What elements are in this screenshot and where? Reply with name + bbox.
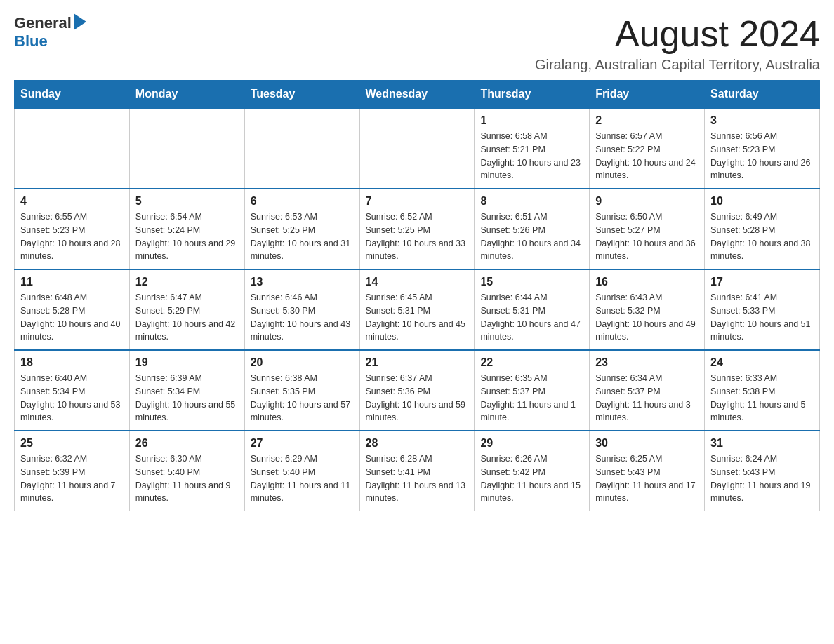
day-info: Sunrise: 6:46 AMSunset: 5:30 PMDaylight:… — [251, 291, 354, 344]
calendar-cell: 17Sunrise: 6:41 AMSunset: 5:33 PMDayligh… — [705, 269, 820, 350]
calendar-header: SundayMondayTuesdayWednesdayThursdayFrid… — [15, 81, 820, 109]
calendar-cell: 15Sunrise: 6:44 AMSunset: 5:31 PMDayligh… — [475, 269, 590, 350]
day-info: Sunrise: 6:56 AMSunset: 5:23 PMDaylight:… — [710, 130, 814, 182]
calendar-cell: 16Sunrise: 6:43 AMSunset: 5:32 PMDayligh… — [590, 269, 705, 350]
calendar-cell: 14Sunrise: 6:45 AMSunset: 5:31 PMDayligh… — [359, 269, 475, 350]
day-info: Sunrise: 6:30 AMSunset: 5:40 PMDaylight:… — [135, 452, 239, 505]
day-number: 19 — [135, 356, 239, 369]
calendar-cell: 27Sunrise: 6:29 AMSunset: 5:40 PMDayligh… — [244, 431, 359, 511]
day-number: 29 — [480, 437, 583, 450]
calendar-cell: 10Sunrise: 6:49 AMSunset: 5:28 PMDayligh… — [705, 189, 820, 269]
calendar-cell: 31Sunrise: 6:24 AMSunset: 5:43 PMDayligh… — [705, 431, 820, 511]
day-info: Sunrise: 6:25 AMSunset: 5:43 PMDaylight:… — [595, 452, 699, 505]
day-info: Sunrise: 6:34 AMSunset: 5:37 PMDaylight:… — [595, 372, 699, 424]
day-number: 15 — [480, 276, 583, 288]
day-info: Sunrise: 6:45 AMSunset: 5:31 PMDaylight:… — [366, 291, 469, 344]
day-info: Sunrise: 6:37 AMSunset: 5:36 PMDaylight:… — [366, 372, 469, 424]
column-header-friday: Friday — [590, 81, 705, 109]
column-header-monday: Monday — [129, 81, 244, 109]
day-number: 31 — [710, 437, 814, 450]
day-number: 27 — [251, 437, 354, 450]
day-info: Sunrise: 6:40 AMSunset: 5:34 PMDaylight:… — [20, 372, 124, 424]
calendar-cell: 24Sunrise: 6:33 AMSunset: 5:38 PMDayligh… — [705, 350, 820, 431]
day-info: Sunrise: 6:54 AMSunset: 5:24 PMDaylight:… — [135, 210, 239, 263]
day-number: 1 — [480, 114, 583, 127]
day-number: 21 — [366, 356, 469, 369]
day-info: Sunrise: 6:47 AMSunset: 5:29 PMDaylight:… — [135, 291, 239, 344]
title-section: August 2024 Giralang, Australian Capital… — [535, 14, 820, 73]
day-number: 9 — [595, 195, 699, 208]
calendar-cell: 26Sunrise: 6:30 AMSunset: 5:40 PMDayligh… — [129, 431, 244, 511]
day-number: 23 — [595, 356, 699, 369]
day-number: 28 — [366, 437, 469, 450]
day-info: Sunrise: 6:52 AMSunset: 5:25 PMDaylight:… — [366, 210, 469, 263]
calendar-cell: 12Sunrise: 6:47 AMSunset: 5:29 PMDayligh… — [129, 269, 244, 350]
column-header-thursday: Thursday — [475, 81, 590, 109]
calendar-cell: 19Sunrise: 6:39 AMSunset: 5:34 PMDayligh… — [129, 350, 244, 431]
day-info: Sunrise: 6:29 AMSunset: 5:40 PMDaylight:… — [251, 452, 354, 505]
day-info: Sunrise: 6:39 AMSunset: 5:34 PMDaylight:… — [135, 372, 239, 424]
day-number: 12 — [135, 276, 239, 288]
calendar-cell: 20Sunrise: 6:38 AMSunset: 5:35 PMDayligh… — [244, 350, 359, 431]
calendar-cell: 1Sunrise: 6:58 AMSunset: 5:21 PMDaylight… — [475, 108, 590, 189]
day-info: Sunrise: 6:51 AMSunset: 5:26 PMDaylight:… — [480, 210, 583, 263]
day-info: Sunrise: 6:50 AMSunset: 5:27 PMDaylight:… — [595, 210, 699, 263]
day-number: 24 — [710, 356, 814, 369]
calendar-week-4: 18Sunrise: 6:40 AMSunset: 5:34 PMDayligh… — [15, 350, 820, 431]
calendar-week-5: 25Sunrise: 6:32 AMSunset: 5:39 PMDayligh… — [15, 431, 820, 511]
day-info: Sunrise: 6:49 AMSunset: 5:28 PMDaylight:… — [710, 210, 814, 263]
calendar-cell: 11Sunrise: 6:48 AMSunset: 5:28 PMDayligh… — [15, 269, 130, 350]
calendar-body: 1Sunrise: 6:58 AMSunset: 5:21 PMDaylight… — [15, 108, 820, 511]
column-header-wednesday: Wednesday — [359, 81, 475, 109]
calendar-cell: 6Sunrise: 6:53 AMSunset: 5:25 PMDaylight… — [244, 189, 359, 269]
day-info: Sunrise: 6:33 AMSunset: 5:38 PMDaylight:… — [710, 372, 814, 424]
day-number: 3 — [710, 114, 814, 127]
day-number: 4 — [20, 195, 124, 208]
calendar-cell: 18Sunrise: 6:40 AMSunset: 5:34 PMDayligh… — [15, 350, 130, 431]
day-info: Sunrise: 6:53 AMSunset: 5:25 PMDaylight:… — [251, 210, 354, 263]
logo: General Blue — [14, 14, 86, 51]
logo-arrow-icon — [74, 13, 86, 30]
day-number: 22 — [480, 356, 583, 369]
column-header-sunday: Sunday — [15, 81, 130, 109]
day-info: Sunrise: 6:55 AMSunset: 5:23 PMDaylight:… — [20, 210, 124, 263]
day-info: Sunrise: 6:24 AMSunset: 5:43 PMDaylight:… — [710, 452, 814, 505]
day-number: 20 — [251, 356, 354, 369]
calendar-cell: 4Sunrise: 6:55 AMSunset: 5:23 PMDaylight… — [15, 189, 130, 269]
column-header-saturday: Saturday — [705, 81, 820, 109]
calendar-cell — [15, 108, 130, 189]
page-header: General Blue August 2024 Giralang, Austr… — [14, 14, 820, 73]
calendar-week-3: 11Sunrise: 6:48 AMSunset: 5:28 PMDayligh… — [15, 269, 820, 350]
header-row: SundayMondayTuesdayWednesdayThursdayFrid… — [15, 81, 820, 109]
day-number: 5 — [135, 195, 239, 208]
calendar-cell: 25Sunrise: 6:32 AMSunset: 5:39 PMDayligh… — [15, 431, 130, 511]
calendar-cell: 8Sunrise: 6:51 AMSunset: 5:26 PMDaylight… — [475, 189, 590, 269]
day-info: Sunrise: 6:38 AMSunset: 5:35 PMDaylight:… — [251, 372, 354, 424]
calendar-week-1: 1Sunrise: 6:58 AMSunset: 5:21 PMDaylight… — [15, 108, 820, 189]
day-info: Sunrise: 6:48 AMSunset: 5:28 PMDaylight:… — [20, 291, 124, 344]
day-number: 7 — [366, 195, 469, 208]
day-number: 8 — [480, 195, 583, 208]
day-number: 13 — [251, 276, 354, 288]
location-title: Giralang, Australian Capital Territory, … — [535, 57, 820, 73]
day-number: 14 — [366, 276, 469, 288]
day-info: Sunrise: 6:41 AMSunset: 5:33 PMDaylight:… — [710, 291, 814, 344]
logo-blue-text: Blue — [14, 32, 48, 51]
day-number: 16 — [595, 276, 699, 288]
day-info: Sunrise: 6:35 AMSunset: 5:37 PMDaylight:… — [480, 372, 583, 424]
day-number: 26 — [135, 437, 239, 450]
calendar-cell — [244, 108, 359, 189]
day-info: Sunrise: 6:28 AMSunset: 5:41 PMDaylight:… — [366, 452, 469, 505]
day-number: 6 — [251, 195, 354, 208]
calendar-cell: 21Sunrise: 6:37 AMSunset: 5:36 PMDayligh… — [359, 350, 475, 431]
day-info: Sunrise: 6:43 AMSunset: 5:32 PMDaylight:… — [595, 291, 699, 344]
calendar-cell: 28Sunrise: 6:28 AMSunset: 5:41 PMDayligh… — [359, 431, 475, 511]
calendar-cell: 2Sunrise: 6:57 AMSunset: 5:22 PMDaylight… — [590, 108, 705, 189]
day-number: 11 — [20, 276, 124, 288]
calendar-cell: 13Sunrise: 6:46 AMSunset: 5:30 PMDayligh… — [244, 269, 359, 350]
day-number: 17 — [710, 276, 814, 288]
calendar-cell: 3Sunrise: 6:56 AMSunset: 5:23 PMDaylight… — [705, 108, 820, 189]
calendar-cell — [129, 108, 244, 189]
calendar-cell: 9Sunrise: 6:50 AMSunset: 5:27 PMDaylight… — [590, 189, 705, 269]
day-info: Sunrise: 6:57 AMSunset: 5:22 PMDaylight:… — [595, 130, 699, 182]
